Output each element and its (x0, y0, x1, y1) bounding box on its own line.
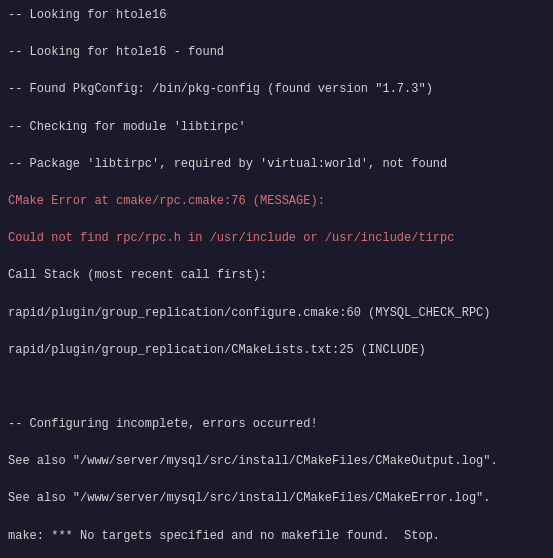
terminal-line: Call Stack (most recent call first): (8, 266, 545, 285)
terminal-line: -- Package 'libtirpc', required by 'virt… (8, 155, 545, 174)
terminal-output[interactable]: -- Looking for htole16 -- Looking for ht… (0, 0, 553, 558)
terminal-line: -- Found PkgConfig: /bin/pkg-config (fou… (8, 80, 545, 99)
terminal-line: CMake Error at cmake/rpc.cmake:76 (MESSA… (8, 192, 545, 211)
terminal-line: rapid/plugin/group_replication/configure… (8, 304, 545, 323)
terminal-line: See also "/www/server/mysql/src/install/… (8, 452, 545, 471)
terminal-line: make: *** No targets specified and no ma… (8, 527, 545, 546)
terminal-line: -- Configuring incomplete, errors occurr… (8, 415, 545, 434)
terminal-line: -- Looking for htole16 - found (8, 43, 545, 62)
terminal-wrapper: -- Looking for htole16 -- Looking for ht… (0, 0, 553, 558)
terminal-line: See also "/www/server/mysql/src/install/… (8, 489, 545, 508)
terminal-line: Could not find rpc/rpc.h in /usr/include… (8, 229, 545, 248)
terminal-line: rapid/plugin/group_replication/CMakeList… (8, 341, 545, 360)
terminal-line: -- Looking for htole16 (8, 6, 545, 25)
terminal-line: -- Checking for module 'libtirpc' (8, 118, 545, 137)
